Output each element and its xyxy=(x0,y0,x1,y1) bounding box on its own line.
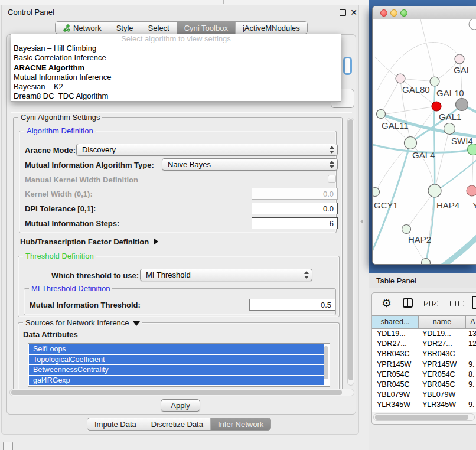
network-edge[interactable] xyxy=(382,106,436,115)
tab-style[interactable]: Style xyxy=(109,22,141,34)
tab-network[interactable]: Network xyxy=(56,22,109,34)
network-canvas[interactable]: GALGAL80GAL10GAL1GAL11SWI4GAL4GCY1HAP4YH… xyxy=(373,19,476,265)
table-row[interactable]: YPR145WYPR145W9. xyxy=(372,360,476,370)
network-edge[interactable] xyxy=(435,131,449,191)
node-label-gal4: GAL4 xyxy=(412,150,435,160)
table-cell: YBR045C xyxy=(372,380,419,390)
tab-cyni-toolbox[interactable]: Cyni Toolbox xyxy=(177,22,236,34)
algorithm-option-dream8-dc-tdc-algorithm[interactable]: Dream8 DC_TDC Algorithm xyxy=(11,92,341,101)
stepper-arrows-icon xyxy=(329,161,334,168)
network-node-gal[interactable] xyxy=(455,54,464,64)
export-table-icon[interactable] xyxy=(472,296,476,309)
table-cell: YDR27... xyxy=(419,339,466,349)
table-row[interactable]: YDL19...YDL19...13 xyxy=(372,329,476,339)
network-node[interactable] xyxy=(422,259,431,265)
tab-impute-data[interactable]: Impute Data xyxy=(87,418,144,430)
apply-button[interactable]: Apply xyxy=(161,399,200,412)
scrollbar-thumb[interactable] xyxy=(375,415,468,420)
scrollbar-thumb[interactable] xyxy=(348,119,353,380)
table-cell: YDL19... xyxy=(419,329,466,339)
algorithm-option-bayesian-k2[interactable]: Bayesian – K2 xyxy=(11,82,341,92)
aracne-mode-select[interactable]: Discovery xyxy=(76,144,338,156)
table-row[interactable]: YER054CYER054C8. xyxy=(372,370,476,380)
network-window-titlebar[interactable] xyxy=(373,6,476,20)
network-edge[interactable] xyxy=(377,43,459,90)
network-node-gal1[interactable] xyxy=(432,102,441,111)
algorithm-option-aracne-algorithm[interactable]: ARACNE Algorithm xyxy=(11,63,341,73)
gear-icon[interactable]: ⚙ xyxy=(382,296,392,310)
kernel-width-field[interactable]: 0.0 xyxy=(252,188,338,200)
table-cell: YBR045C xyxy=(419,380,466,390)
manual-kernel-checkbox[interactable] xyxy=(328,175,336,183)
network-edge[interactable] xyxy=(406,229,425,260)
network-node-gal10[interactable] xyxy=(430,77,439,86)
sources-group-title[interactable]: Sources for Network Inference xyxy=(23,318,142,327)
attribute-item-betweennesscentrality[interactable]: BetweennessCentrality xyxy=(29,365,324,375)
network-node-gal11[interactable] xyxy=(377,110,386,119)
network-edge[interactable] xyxy=(420,19,435,81)
settings-vertical-scrollbar[interactable] xyxy=(347,118,354,386)
network-node-hap4[interactable] xyxy=(428,184,441,197)
table-row[interactable]: YBR043CYBR043C xyxy=(372,349,476,359)
tab-discretize-data[interactable]: Discretize Data xyxy=(144,418,211,430)
table-cell: YBR043C xyxy=(419,349,466,359)
network-edge[interactable] xyxy=(376,145,409,192)
which-threshold-select[interactable]: MI Threshold xyxy=(140,269,312,281)
select-all-columns-icon[interactable]: ✓✓ xyxy=(424,301,438,306)
table-row[interactable]: YBL079WYBL079W xyxy=(372,390,476,400)
tab-jactivemnodules[interactable]: jActiveMNodules xyxy=(236,22,307,34)
mi-threshold-field[interactable]: 0.5 xyxy=(249,299,335,311)
settings-horizontal-scrollbar[interactable] xyxy=(9,389,354,396)
network-node-swi4[interactable] xyxy=(444,123,455,135)
network-node-hap2[interactable] xyxy=(402,225,411,234)
mi-steps-label: Mutual Information Steps: xyxy=(25,219,119,228)
split-columns-icon[interactable] xyxy=(403,298,413,308)
network-node[interactable] xyxy=(456,99,468,111)
node-label-gal10: GAL10 xyxy=(436,88,464,98)
attribute-item-topologicalcoefficient[interactable]: TopologicalCoefficient xyxy=(29,355,324,365)
network-edge[interactable] xyxy=(407,191,435,228)
mi-steps-field[interactable]: 6 xyxy=(252,217,338,229)
mi-type-select[interactable]: Naive Bayes xyxy=(162,158,338,171)
zoom-traffic-light-icon[interactable] xyxy=(400,9,407,17)
network-edge[interactable] xyxy=(382,79,400,113)
attribute-item-selfloops[interactable]: SelfLoops xyxy=(29,344,324,354)
attribute-item-gal4rgexp[interactable]: gal4RGexp xyxy=(29,376,324,386)
table-row[interactable]: YDR27...YDR27...12 xyxy=(372,339,476,349)
algorithm-option-bayesian-hill-climbing[interactable]: Bayesian – Hill Climbing xyxy=(11,44,341,53)
column-header-a[interactable]: A xyxy=(466,316,476,328)
table-row[interactable]: YIL052CYIL052C9. xyxy=(372,410,476,413)
splitter-grip[interactable] xyxy=(360,217,364,226)
tab-select[interactable]: Select xyxy=(141,22,177,34)
dpi-tolerance-field[interactable]: 0.0 xyxy=(252,203,338,214)
column-header-name[interactable]: name xyxy=(419,316,466,328)
network-edge[interactable] xyxy=(472,151,473,191)
network-edge[interactable] xyxy=(442,237,476,265)
network-node-gcy1[interactable] xyxy=(373,188,380,197)
list-scrollbar-thumb[interactable] xyxy=(324,346,328,379)
collapsed-panel-button[interactable] xyxy=(3,442,13,450)
deselect-all-columns-icon[interactable] xyxy=(450,301,464,306)
close-traffic-light-icon[interactable] xyxy=(380,9,387,17)
scrollbar-thumb[interactable] xyxy=(11,390,342,395)
column-header-shared[interactable]: shared... xyxy=(372,316,419,328)
group-title: Cyni Algorithm Settings xyxy=(18,113,102,122)
network-node-gal4[interactable] xyxy=(405,137,417,149)
dropdown-placeholder: Select algorithm to view settings xyxy=(11,34,341,44)
data-attributes-list[interactable]: SelfLoopsTopologicalCoefficientBetweenne… xyxy=(28,343,330,387)
network-node-y[interactable] xyxy=(467,185,476,196)
close-icon[interactable]: ✕ xyxy=(350,8,358,17)
network-node-gal80[interactable] xyxy=(396,74,405,83)
hub-section-toggle[interactable]: Hub/Transcription Factor Definition xyxy=(20,237,158,246)
minimize-traffic-light-icon[interactable] xyxy=(390,9,397,17)
tab-infer-network[interactable]: Infer Network xyxy=(211,418,270,430)
table-horizontal-scrollbar[interactable] xyxy=(373,413,475,421)
algorithm-option-basic-correlation-inference[interactable]: Basic Correlation Inference xyxy=(11,53,341,63)
network-node[interactable] xyxy=(469,19,476,30)
table-row[interactable]: YLR345WYLR345W9. xyxy=(372,400,476,410)
float-window-icon[interactable] xyxy=(338,8,347,17)
tab-label: Cyni Toolbox xyxy=(184,24,228,32)
table-row[interactable]: YBR045CYBR045C9. xyxy=(372,380,476,390)
network-edge[interactable] xyxy=(373,143,410,253)
algorithm-option-mutual-information-inference[interactable]: Mutual Information Inference xyxy=(11,73,341,82)
